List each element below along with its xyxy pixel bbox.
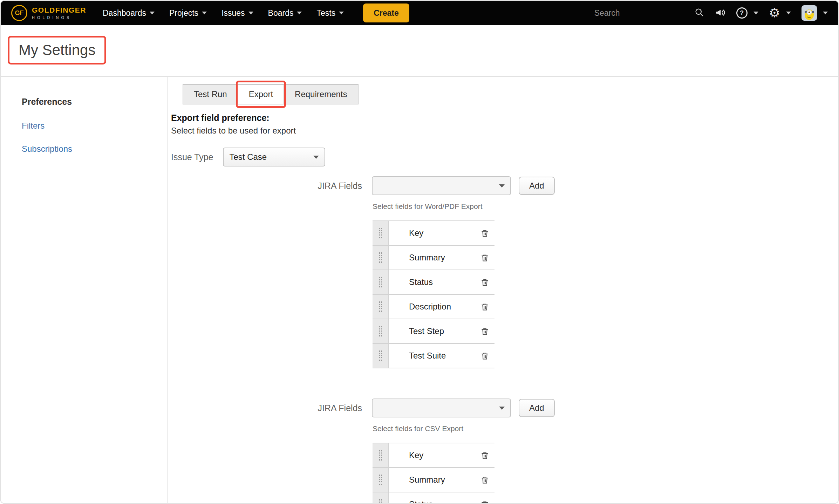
- field-row: Key: [373, 443, 494, 468]
- drag-handle[interactable]: [373, 221, 389, 245]
- tab-export[interactable]: Export: [238, 84, 284, 104]
- avatar: [802, 5, 817, 21]
- tab-export-label: Export: [249, 89, 273, 99]
- delete-field-button[interactable]: [480, 295, 490, 319]
- delete-field-button[interactable]: [480, 246, 490, 270]
- settings-menu-button[interactable]: ⚙︎: [769, 7, 791, 19]
- field-row: Key: [373, 221, 494, 246]
- chevron-down-icon: [150, 12, 155, 14]
- nav-issues[interactable]: Issues: [214, 1, 260, 25]
- grip-dots-icon: [379, 350, 382, 361]
- issue-type-row: Issue Type Test Case: [171, 148, 838, 166]
- field-name: Key: [389, 221, 480, 245]
- main-navigation: Dashboards Projects Issues Boards Tests: [95, 1, 351, 25]
- chevron-down-icon: [786, 12, 791, 14]
- search-input[interactable]: [594, 8, 694, 18]
- nav-tests-label: Tests: [316, 8, 335, 18]
- chevron-down-icon: [499, 184, 505, 188]
- sidebar-item-filters[interactable]: Filters: [22, 121, 168, 131]
- delete-field-button[interactable]: [480, 270, 490, 294]
- drag-handle[interactable]: [373, 319, 389, 343]
- drag-handle[interactable]: [373, 295, 389, 319]
- chevron-down-icon: [248, 12, 253, 14]
- user-menu-button[interactable]: [802, 5, 828, 21]
- wordpdf-export-hint: Select fields for Word/PDF Export: [373, 202, 838, 211]
- tab-requirements[interactable]: Requirements: [284, 84, 358, 104]
- brand-name: GOLDFINGER: [32, 6, 86, 14]
- navbar-right-cluster: ? ⚙︎: [594, 5, 828, 21]
- delete-field-button[interactable]: [480, 468, 490, 492]
- grip-dots-icon: [379, 326, 382, 336]
- drag-handle[interactable]: [373, 468, 389, 492]
- chevron-down-icon: [297, 12, 302, 14]
- nav-dashboards[interactable]: Dashboards: [95, 1, 162, 25]
- trash-icon: [480, 475, 490, 485]
- trash-icon: [480, 351, 490, 361]
- field-row: Test Step: [373, 319, 494, 344]
- create-button[interactable]: Create: [363, 4, 409, 22]
- delete-field-button[interactable]: [480, 344, 490, 368]
- delete-field-button[interactable]: [480, 319, 490, 343]
- drag-handle[interactable]: [373, 344, 389, 368]
- chevron-down-icon: [499, 407, 505, 410]
- delete-field-button[interactable]: [480, 443, 490, 467]
- sidebar-heading-preferences: Preferences: [22, 97, 168, 107]
- csv-field-list: Key Summary Status: [373, 443, 494, 504]
- nav-projects[interactable]: Projects: [162, 1, 214, 25]
- jira-fields-row-csv: JIRA Fields Add: [171, 399, 838, 417]
- nav-boards[interactable]: Boards: [261, 1, 309, 25]
- nav-dashboards-label: Dashboards: [103, 8, 146, 18]
- announcements-button[interactable]: [715, 7, 726, 19]
- gear-icon: ⚙︎: [769, 7, 780, 19]
- jira-fields-select-csv[interactable]: [372, 399, 511, 417]
- jira-fields-row-wordpdf: JIRA Fields Add: [171, 176, 838, 195]
- grip-dots-icon: [379, 475, 382, 485]
- top-navbar: GF GOLDFINGER HOLDINGS Dashboards Projec…: [1, 1, 838, 25]
- tab-test-run[interactable]: Test Run: [183, 84, 238, 104]
- chevron-down-icon: [823, 12, 828, 14]
- field-name: Test Step: [389, 319, 480, 343]
- export-subheading: Select fields to be used for export: [171, 126, 838, 136]
- field-name: Summary: [389, 246, 480, 270]
- drag-handle[interactable]: [373, 443, 389, 467]
- chevron-down-icon: [339, 12, 344, 14]
- nav-tests[interactable]: Tests: [309, 1, 351, 25]
- field-name: Key: [389, 443, 480, 467]
- help-menu-button[interactable]: ?: [736, 7, 758, 19]
- delete-field-button[interactable]: [480, 221, 490, 245]
- settings-sidebar: Preferences Filters Subscriptions: [1, 77, 168, 504]
- settings-tabs: Test Run Export Requirements: [183, 84, 359, 104]
- brand-logo[interactable]: GF GOLDFINGER HOLDINGS: [11, 5, 86, 21]
- megaphone-icon: [715, 7, 726, 19]
- trash-icon: [480, 229, 490, 238]
- jira-fields-label: JIRA Fields: [171, 403, 362, 413]
- settings-main-panel: Test Run Export Requirements Export fiel…: [168, 77, 838, 504]
- quick-search: [594, 7, 704, 19]
- app-window: GF GOLDFINGER HOLDINGS Dashboards Projec…: [0, 0, 839, 504]
- issue-type-select[interactable]: Test Case: [223, 148, 325, 166]
- field-row: Test Suite: [373, 344, 494, 368]
- search-icon[interactable]: [694, 7, 704, 19]
- sidebar-item-subscriptions[interactable]: Subscriptions: [22, 144, 168, 154]
- trash-icon: [480, 278, 490, 287]
- brand-wordmark: GOLDFINGER HOLDINGS: [32, 6, 86, 19]
- grip-dots-icon: [379, 277, 382, 287]
- field-name: Status: [389, 270, 480, 294]
- issue-type-selected-value: Test Case: [229, 152, 267, 162]
- delete-field-button[interactable]: [480, 492, 490, 504]
- jira-fields-select-wordpdf[interactable]: [372, 176, 511, 195]
- drag-handle[interactable]: [373, 492, 389, 504]
- trash-icon: [480, 253, 490, 263]
- brand-subname: HOLDINGS: [32, 15, 86, 20]
- add-field-button-wordpdf[interactable]: Add: [519, 177, 555, 195]
- trash-icon: [480, 451, 490, 460]
- field-name: Summary: [389, 468, 480, 492]
- grip-dots-icon: [379, 450, 382, 461]
- field-row: Summary: [373, 468, 494, 492]
- trash-icon: [480, 500, 490, 504]
- add-field-button-csv[interactable]: Add: [519, 399, 555, 417]
- grip-dots-icon: [379, 301, 382, 312]
- drag-handle[interactable]: [373, 246, 389, 270]
- drag-handle[interactable]: [373, 270, 389, 294]
- grip-dots-icon: [379, 252, 382, 263]
